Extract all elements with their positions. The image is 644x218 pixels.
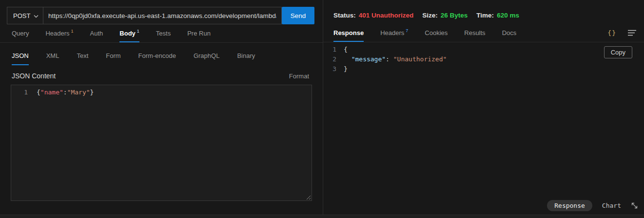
editor-line-number: 1 [11,85,36,200]
body-tab-json[interactable]: JSON [12,46,29,65]
response-key: "message" [351,54,386,64]
response-value: "Unauthorized" [393,54,447,64]
body-tab-xml[interactable]: XML [46,46,59,65]
token-key: "name" [40,89,63,96]
tab-docs-label: Docs [502,29,517,36]
tab-pre-run[interactable]: Pre Run [187,24,211,42]
response-status-row: Status: 401 Unauthorized Size: 26 Bytes … [323,0,644,24]
response-code-line: 3} [323,64,644,74]
line-number: 3 [323,64,336,74]
tab-query[interactable]: Query [12,24,29,42]
time-value: 620 ms [497,12,519,19]
response-body-view: 1{ 2 "message": "Unauthorized" 3} Copy R… [323,42,644,215]
tab-docs[interactable]: Docs [502,24,517,42]
response-tab-actions: {} [607,24,644,42]
tab-response-label: Response [333,29,364,36]
send-button[interactable]: Send [282,7,314,24]
chevron-down-icon [34,12,39,19]
tab-response-headers[interactable]: Headers7 [380,24,408,42]
body-tab-xml-label: XML [46,52,59,59]
json-content-title: JSON Content [12,72,56,80]
tab-tests[interactable]: Tests [156,24,171,42]
chart-view-toggle[interactable]: Chart [602,202,621,209]
body-tab-text[interactable]: Text [77,46,88,65]
tab-response[interactable]: Response [333,24,364,42]
request-bar: POST Send [7,7,314,24]
tab-cookies[interactable]: Cookies [425,24,448,42]
token-colon: : [63,89,67,96]
tab-query-label: Query [12,30,29,37]
response-tabs: Response Headers7 Cookies Results Docs {… [323,24,644,42]
size-segment: Size: 26 Bytes [422,12,468,19]
copy-button[interactable]: Copy [604,46,632,58]
token-open-brace: { [37,89,40,96]
response-panel: Status: 401 Unauthorized Size: 26 Bytes … [323,0,644,215]
response-footer-controls: Response Chart [547,200,638,211]
token-value: "Mary" [67,89,90,96]
tab-auth[interactable]: Auth [90,24,103,42]
time-segment: Time: 620 ms [476,12,519,19]
editor-code-line: {"name":"Mary"} [36,85,94,200]
format-button[interactable]: Format [289,73,309,80]
method-select[interactable]: POST [7,7,43,24]
tab-pre-run-label: Pre Run [187,30,211,37]
request-panel: POST Send Query Headers1 Auth Body1 T [0,0,323,215]
tab-response-headers-label: Headers [380,29,404,36]
body-tab-binary[interactable]: Binary [237,46,255,65]
url-input[interactable] [43,7,282,24]
body-tab-json-label: JSON [12,52,29,59]
status-value: 401 Unauthorized [359,12,414,19]
status-label: Status: [333,12,356,19]
body-tab-graphql-label: GraphQL [194,52,219,59]
tab-auth-label: Auth [90,30,103,37]
response-open-brace: { [344,45,348,54]
body-type-tabs: JSON XML Text Form Form-encode GraphQL B… [0,46,323,65]
body-tab-form-encode[interactable]: Form-encode [138,46,176,65]
tab-headers-label: Headers [45,30,69,37]
tab-cookies-label: Cookies [425,29,448,36]
expand-icon[interactable] [631,202,638,209]
body-tab-form-label: Form [106,52,120,59]
rest-client-app: POST Send Query Headers1 Auth Body1 T [0,0,644,215]
response-colon: : [386,54,393,64]
body-tab-binary-label: Binary [237,52,255,59]
response-close-brace: } [344,64,348,74]
response-code-line: 1{ [323,45,644,54]
body-tab-text-label: Text [77,52,88,59]
body-tab-form[interactable]: Form [106,46,120,65]
status-segment: Status: 401 Unauthorized [333,12,413,19]
response-code-line: 2 "message": "Unauthorized" [323,54,644,64]
tab-headers[interactable]: Headers1 [45,24,73,42]
response-indent [344,54,351,64]
body-tab-graphql[interactable]: GraphQL [194,46,219,65]
body-count-badge: 1 [137,29,139,34]
tab-tests-label: Tests [156,30,171,37]
body-tab-form-encode-label: Form-encode [138,52,176,59]
line-number: 1 [323,45,336,54]
tab-results[interactable]: Results [464,24,485,42]
method-label: POST [13,12,30,19]
size-label: Size: [422,12,438,19]
response-view-toggle[interactable]: Response [547,200,592,211]
tab-body-label: Body [119,30,136,37]
request-body-editor[interactable]: 1 {"name":"Mary"} [11,85,312,201]
time-label: Time: [476,12,494,19]
token-close-brace: } [90,89,94,96]
request-tabs: Query Headers1 Auth Body1 Tests Pre Run [0,24,323,43]
menu-icon[interactable] [628,30,636,36]
response-headers-count-badge: 7 [406,28,408,33]
size-value: 26 Bytes [441,12,468,19]
tab-results-label: Results [464,29,485,36]
tab-body[interactable]: Body1 [119,24,139,42]
headers-count-badge: 1 [71,29,74,34]
braces-icon[interactable]: {} [607,29,616,36]
bottom-panel-edge [0,215,644,218]
json-content-header: JSON Content Format [12,71,309,81]
resize-grip[interactable] [305,194,311,200]
line-number: 2 [323,54,336,64]
